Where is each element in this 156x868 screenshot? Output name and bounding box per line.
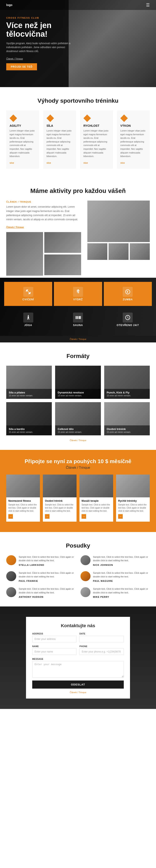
- testimonial-text-3: Sample text. Click to select the text bo…: [93, 571, 150, 579]
- avatar-2: [6, 571, 16, 581]
- format-name-3: Síla a kardio: [9, 428, 49, 431]
- activities-photo-2: [44, 232, 81, 253]
- format-name-4: Celkové tělo: [58, 428, 98, 431]
- hero-title: Více než jen tělocvična!: [6, 21, 77, 38]
- activities-inner: Článek / Trinque Lorem ipsum dolor sit a…: [6, 200, 150, 276]
- date-input[interactable]: [79, 636, 124, 642]
- formats-grid: Síla a pilates 15 enim ad minim veniam. …: [6, 366, 150, 435]
- join-arrow-2[interactable]: →: [81, 514, 86, 519]
- testimonial-text-1: Sample text. Click to select the text bo…: [93, 555, 150, 562]
- format-card-0[interactable]: Síla a pilates 15 enim ad minim veniam.: [6, 366, 52, 399]
- testimonial-text-2: Sample text. Click to select the text bo…: [19, 571, 76, 579]
- form-group-message: Message: [32, 658, 124, 678]
- activities-photo-3: [44, 254, 81, 275]
- testimonial-body-2: Sample text. Click to select the text bo…: [19, 571, 76, 582]
- phone-label: Phone: [79, 645, 124, 648]
- contact-form: Address Date Name Phone: [32, 632, 124, 689]
- join-card-text-1: Sample text. Click to select the text bo…: [43, 503, 77, 513]
- activities-subtitle: Článek / Trinque: [6, 200, 81, 203]
- activities-photos: [6, 232, 81, 276]
- join-link[interactable]: Článek / Trinque: [66, 466, 90, 469]
- form-group-address: Address: [32, 632, 77, 642]
- activities-link[interactable]: Článek / Trinque: [6, 226, 24, 228]
- join-arrow-3[interactable]: →: [118, 514, 123, 519]
- hero-cta-button[interactable]: PROJDI SE TEĎ: [6, 63, 37, 70]
- activity-small-3: [130, 243, 150, 260]
- icon-cell-open[interactable]: OTEVŘENO 24/7: [104, 308, 152, 332]
- icon-label-open: OTEVŘENO 24/7: [117, 324, 139, 327]
- join-card-title-3: Rychlé tréninky: [116, 499, 150, 503]
- avatar-3: [80, 571, 90, 581]
- activity-small-1: [87, 243, 107, 260]
- activities-title: Máme aktivity pro každou vášeň: [6, 187, 150, 194]
- submit-button[interactable]: Odeslat: [32, 681, 124, 689]
- format-overlay-2: Punch, Kick & Fly 15 enim ad minim venia…: [104, 389, 150, 399]
- join-card-image-1: [43, 474, 77, 497]
- format-overlay-0: Síla a pilates 15 enim ad minim veniam.: [6, 389, 52, 399]
- speed-icon: [83, 115, 91, 122]
- format-card-1[interactable]: Dynamická revoluce 15 enim ad minim veni…: [55, 366, 101, 399]
- format-card-5[interactable]: Osobní trénink 15 enim ad minim veniam.: [104, 402, 150, 435]
- format-overlay-4: Celkové tělo 15 enim ad minim veniam.: [55, 425, 101, 435]
- join-arrow-1[interactable]: →: [45, 514, 50, 519]
- icon-cell-cviceni[interactable]: CVIČENÍ: [4, 282, 52, 306]
- icon-cell-sauna[interactable]: SAUNA: [54, 308, 102, 332]
- benefit-card-rychlost: Rychlost Lorem integer vitae justo eget …: [80, 110, 113, 168]
- format-card-4[interactable]: Celkové tělo 15 enim ad minim veniam.: [55, 402, 101, 435]
- testimonial-name-1: NICK JOHNSON: [93, 564, 150, 566]
- join-card-2: Masáži terapie Sample text. Click to sel…: [79, 474, 113, 522]
- phone-input[interactable]: [79, 648, 124, 655]
- cviceni-icon: [23, 287, 33, 297]
- activity-small-2: [109, 243, 129, 260]
- format-card-3[interactable]: Síla a kardio 15 enim ad minim veniam.: [6, 402, 52, 435]
- format-meta-0: 15 enim ad minim veniam.: [9, 395, 49, 397]
- icon-cell-joga[interactable]: JÓGA: [4, 308, 52, 332]
- strength-icon: [47, 115, 54, 122]
- icons-link[interactable]: Článek / Trinque: [70, 338, 86, 340]
- formats-link[interactable]: Článek / Trinque: [70, 439, 86, 441]
- menu-icon[interactable]: ☰: [146, 2, 150, 7]
- icon-label-zumba: ZUMBA: [123, 298, 133, 301]
- testimonial-body-0: Sample text. Click to select the text bo…: [19, 555, 76, 566]
- sauna-icon: [73, 313, 83, 322]
- name-input[interactable]: [32, 648, 77, 655]
- message-input[interactable]: [32, 661, 124, 678]
- format-card-2[interactable]: Punch, Kick & Fly 15 enim ad minim venia…: [104, 366, 150, 399]
- format-name-2: Punch, Kick & Fly: [107, 391, 147, 394]
- hero-link-1[interactable]: Článek / Trinque: [6, 58, 23, 60]
- testimonial-text-5: Sample text. Click to select the text bo…: [93, 587, 150, 594]
- testimonial-name-3: PAUL MAGUIRE: [93, 580, 150, 582]
- benefit-more-1[interactable]: více: [47, 161, 51, 164]
- form-group-name: Name: [32, 645, 77, 655]
- join-arrow-0[interactable]: →: [8, 514, 13, 519]
- icon-cell-zumba[interactable]: ZUMBA: [104, 282, 152, 306]
- join-card-title-0: Neomezené fitness: [6, 499, 40, 503]
- benefit-more-0[interactable]: více: [9, 161, 14, 164]
- testimonial-body-3: Sample text. Click to select the text bo…: [93, 571, 150, 582]
- format-meta-3: 15 enim ad minim veniam.: [9, 431, 49, 433]
- address-input[interactable]: [32, 636, 77, 642]
- benefit-more-2[interactable]: více: [83, 161, 88, 164]
- contact-link[interactable]: Článek / Trinque: [70, 691, 86, 693]
- hero-description: Využijte program, který bude vyhovovat v…: [6, 41, 77, 54]
- format-name-0: Síla a pilates: [9, 391, 49, 394]
- activities-right: [87, 200, 150, 276]
- format-name-1: Dynamická revoluce: [58, 391, 98, 394]
- benefit-more-3[interactable]: více: [121, 161, 125, 164]
- testimonial-4: Sample text. Click to select the text bo…: [6, 587, 76, 598]
- format-name-5: Osobní trénink: [107, 428, 147, 431]
- open-icon: [123, 313, 133, 322]
- contact-title: Kontaktujte nás: [32, 623, 124, 628]
- form-group-date: Date: [79, 632, 124, 642]
- icon-label-joga: JÓGA: [24, 324, 32, 327]
- avatar-1: [80, 555, 90, 565]
- icon-cell-vydrs[interactable]: VÝDRŽ: [54, 282, 102, 306]
- hero-section: logo ☰ CROSS FITNESS CLUB Více než jen t…: [0, 0, 156, 87]
- agility-icon: [9, 115, 17, 122]
- benefit-title-1: Síla: [47, 124, 73, 127]
- join-card-image-2: [79, 474, 113, 497]
- icon-label-vydrs: VÝDRŽ: [73, 298, 83, 301]
- format-meta-5: 15 enim ad minim veniam.: [107, 431, 147, 433]
- benefit-text-3: Lorem integer vitae justo eget magna fer…: [121, 129, 147, 158]
- icons-link-row: Článek / Trinque: [0, 336, 156, 342]
